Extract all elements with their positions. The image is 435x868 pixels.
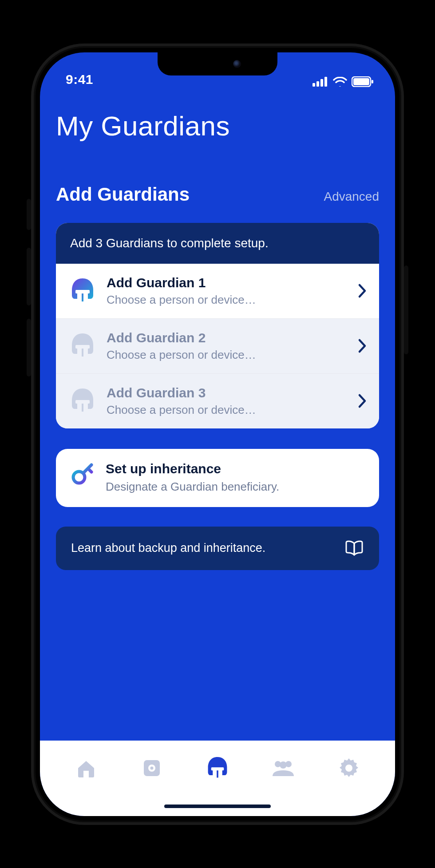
svg-rect-0	[312, 83, 315, 87]
svg-point-18	[345, 765, 352, 772]
vault-icon	[141, 757, 162, 779]
svg-rect-9	[75, 400, 90, 404]
guardian-row-title: Add Guardian 3	[107, 385, 346, 400]
book-icon	[344, 540, 364, 557]
tab-home[interactable]	[73, 755, 99, 781]
chevron-right-icon	[358, 338, 367, 353]
key-icon	[70, 461, 94, 485]
notch	[158, 52, 277, 75]
status-time: 9:41	[66, 72, 93, 87]
volume-up-button	[27, 248, 31, 305]
learn-text: Learn about backup and inheritance.	[71, 541, 336, 555]
screen: 9:41	[40, 52, 395, 816]
tab-people[interactable]	[270, 755, 297, 781]
inheritance-title: Set up inheritance	[106, 461, 279, 476]
guardian-helmet-icon	[206, 756, 229, 780]
inheritance-sub: Designate a Guardian beneficiary.	[106, 480, 279, 494]
phone-frame: 9:41	[31, 44, 404, 825]
svg-rect-2	[320, 79, 323, 87]
svg-rect-3	[324, 77, 327, 87]
page-title: My Guardians	[56, 110, 379, 142]
cellular-icon	[312, 77, 328, 87]
advanced-link[interactable]: Advanced	[324, 190, 379, 204]
guardian-row-sub: Choose a person or device…	[107, 293, 346, 307]
svg-rect-8	[75, 345, 90, 349]
guardians-card: Add 3 Guardians to complete setup.	[56, 223, 379, 428]
section-title: Add Guardians	[56, 184, 190, 205]
guardian-row-2[interactable]: Add Guardian 2 Choose a person or device…	[56, 318, 379, 373]
guardian-helmet-icon	[70, 333, 95, 359]
power-button	[404, 266, 408, 354]
home-indicator[interactable]	[164, 805, 271, 808]
section-header: Add Guardians Advanced	[56, 184, 379, 205]
setup-banner: Add 3 Guardians to complete setup.	[56, 223, 379, 264]
svg-point-17	[280, 761, 287, 769]
svg-rect-6	[372, 80, 373, 83]
guardian-row-sub: Choose a person or device…	[107, 403, 346, 417]
svg-rect-5	[353, 78, 369, 85]
tab-vault[interactable]	[138, 755, 165, 781]
volume-down-button	[27, 319, 31, 377]
guardian-row-sub: Choose a person or device…	[107, 348, 346, 362]
status-icons	[312, 76, 374, 87]
people-icon	[271, 759, 296, 777]
gear-icon	[338, 757, 360, 779]
tab-guardians[interactable]	[204, 755, 231, 781]
guardian-row-title: Add Guardian 1	[107, 275, 346, 290]
home-icon	[75, 757, 97, 779]
page-content: My Guardians Add Guardians Advanced Add …	[40, 92, 395, 741]
chevron-right-icon	[358, 393, 367, 408]
guardian-helmet-icon	[70, 277, 95, 304]
chevron-right-icon	[358, 283, 367, 298]
guardian-row-1[interactable]: Add Guardian 1 Choose a person or device…	[56, 264, 379, 318]
guardian-helmet-icon	[70, 388, 95, 414]
guardian-row-title: Add Guardian 2	[107, 330, 346, 345]
svg-rect-1	[316, 81, 319, 87]
front-camera	[233, 60, 241, 68]
inheritance-card[interactable]: Set up inheritance Designate a Guardian …	[56, 449, 379, 507]
battery-icon	[352, 76, 374, 87]
svg-rect-14	[211, 767, 224, 770]
learn-banner[interactable]: Learn about backup and inheritance.	[56, 527, 379, 570]
svg-point-13	[150, 766, 154, 769]
mute-switch	[27, 199, 31, 230]
guardian-row-3[interactable]: Add Guardian 3 Choose a person or device…	[56, 373, 379, 428]
svg-rect-7	[75, 290, 90, 293]
wifi-icon	[333, 77, 347, 87]
tab-settings[interactable]	[336, 755, 362, 781]
